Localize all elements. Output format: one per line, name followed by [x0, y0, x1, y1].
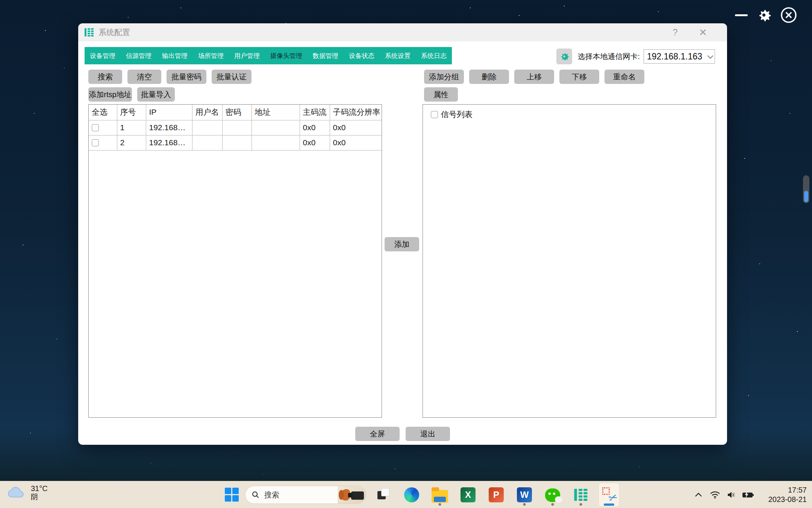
overlay-settings-button[interactable]	[754, 5, 774, 25]
cell-index: 2	[117, 135, 146, 150]
camera-table: 全选 序号 IP 用户名 密码 地址 主码流 子码流分辨率 1 192.168…	[89, 105, 382, 151]
overlay-minimize-button[interactable]	[732, 5, 751, 25]
volume-icon	[727, 491, 736, 499]
batch-password-button[interactable]: 批量密码	[167, 70, 206, 84]
camera-table-panel: 全选 序号 IP 用户名 密码 地址 主码流 子码流分辨率 1 192.168…	[88, 104, 382, 418]
tab-system-log[interactable]: 系统日志	[416, 47, 452, 64]
running-indicator	[551, 503, 554, 506]
add-rtsp-button[interactable]: 添加rtsp地址	[88, 87, 132, 102]
tab-camera-mgmt[interactable]: 摄像头管理	[265, 47, 308, 64]
word-button[interactable]: W	[514, 483, 535, 507]
overlay-close-button[interactable]	[779, 5, 798, 25]
slider-thumb[interactable]	[804, 191, 808, 202]
tab-device-mgmt[interactable]: 设备管理	[85, 47, 121, 64]
search-daily-image[interactable]	[338, 486, 366, 503]
col-address[interactable]: 地址	[251, 105, 300, 120]
cell-password	[222, 120, 251, 135]
system-tray: 17:57 2023-08-21	[690, 481, 812, 508]
fullscreen-button[interactable]: 全屏	[355, 427, 400, 441]
col-main-stream[interactable]: 主码流	[300, 105, 330, 120]
taskbar-search[interactable]: 搜索	[245, 486, 367, 504]
window-close-button[interactable]: ✕	[692, 23, 714, 41]
weather-texts: 31°C 阴	[31, 484, 48, 501]
col-select-all[interactable]: 全选	[89, 105, 117, 120]
taskbar-weather-widget[interactable]: 31°C 阴	[7, 484, 48, 501]
powerpoint-icon: P	[489, 487, 504, 502]
table-row[interactable]: 2 192.168… 0x0 0x0	[89, 135, 382, 150]
task-view-button[interactable]	[373, 483, 394, 507]
signal-list-root-item[interactable]: 信号列表	[431, 109, 473, 120]
rename-button[interactable]: 重命名	[604, 70, 644, 84]
signal-list-panel	[423, 104, 716, 418]
nic-settings-button[interactable]	[556, 49, 572, 64]
batch-import-button[interactable]: 批量导入	[137, 87, 175, 102]
nic-dropdown[interactable]: 192.168.1.163	[644, 49, 715, 64]
col-index[interactable]: 序号	[117, 105, 146, 120]
signal-list-label: 信号列表	[441, 109, 473, 120]
tab-device-status[interactable]: 设备状态	[344, 47, 380, 64]
col-sub-stream-res[interactable]: 子码流分辨率	[330, 105, 382, 120]
tray-volume-button[interactable]	[723, 487, 740, 503]
tab-source-mgmt[interactable]: 信源管理	[121, 47, 157, 64]
gear-icon	[755, 6, 773, 24]
batch-auth-button[interactable]: 批量认证	[212, 70, 251, 84]
nic-label: 选择本地通信网卡:	[577, 52, 640, 62]
tab-bar: 设备管理 信源管理 输出管理 场所管理 用户管理 摄像头管理 数据管理 设备状态…	[85, 47, 452, 64]
tab-venue-mgmt[interactable]: 场所管理	[193, 47, 229, 64]
row-checkbox-cell	[89, 120, 117, 135]
exit-button[interactable]: 退出	[406, 427, 450, 441]
powerpoint-button[interactable]: P	[486, 483, 507, 507]
table-header-row: 全选 序号 IP 用户名 密码 地址 主码流 子码流分辨率	[89, 105, 382, 120]
active-app-indicator	[604, 503, 614, 506]
cell-ip: 192.168…	[146, 135, 192, 150]
table-row[interactable]: 1 192.168… 0x0 0x0	[89, 120, 382, 135]
start-button[interactable]	[225, 488, 239, 502]
tray-clock[interactable]: 17:57 2023-08-21	[759, 485, 807, 504]
excel-button[interactable]: X	[458, 483, 479, 507]
search-icon	[251, 491, 260, 499]
right-toolbar-row2: 属性	[424, 87, 458, 102]
minus-icon	[735, 14, 748, 16]
tab-user-mgmt[interactable]: 用户管理	[229, 47, 265, 64]
screen-clip-button[interactable]: ✂	[598, 483, 620, 507]
clear-button[interactable]: 清空	[127, 70, 161, 84]
search-placeholder: 搜索	[264, 490, 338, 500]
file-explorer-button[interactable]	[429, 483, 450, 507]
move-down-button[interactable]: 下移	[559, 70, 599, 84]
wifi-icon	[710, 491, 720, 499]
delete-button[interactable]: 删除	[469, 70, 509, 84]
circled-x-icon	[780, 6, 798, 24]
properties-button[interactable]: 属性	[424, 87, 458, 102]
window-titlebar[interactable]: 系统配置 ? ✕	[78, 23, 727, 41]
col-password[interactable]: 密码	[222, 105, 251, 120]
search-button[interactable]: 搜索	[88, 70, 122, 84]
col-username[interactable]: 用户名	[192, 105, 222, 120]
running-indicator	[523, 503, 526, 506]
taskbar-app-icons: X P W	[373, 481, 620, 508]
signal-list-checkbox[interactable]	[431, 111, 438, 118]
taskbar: 31°C 阴 搜索	[0, 481, 812, 508]
edge-browser-button[interactable]	[401, 483, 422, 507]
tray-wifi-button[interactable]	[707, 487, 723, 503]
stars-decoration	[0, 0, 1, 1]
row-checkbox[interactable]	[92, 124, 99, 131]
windows-logo-icon	[225, 488, 231, 494]
window-help-button[interactable]: ?	[665, 23, 686, 41]
add-group-button[interactable]: 添加分组	[424, 70, 464, 84]
edge-scroll-slider[interactable]	[803, 175, 809, 203]
move-up-button[interactable]: 上移	[514, 70, 554, 84]
folder-icon	[432, 490, 448, 503]
row-checkbox[interactable]	[92, 139, 99, 146]
signal-manager-app-button[interactable]	[570, 483, 591, 507]
col-ip[interactable]: IP	[146, 105, 192, 120]
tab-data-mgmt[interactable]: 数据管理	[308, 47, 344, 64]
tray-chevron-up-button[interactable]	[690, 487, 707, 503]
tab-output-mgmt[interactable]: 输出管理	[157, 47, 193, 64]
wechat-button[interactable]	[542, 483, 563, 507]
cell-username	[192, 135, 222, 150]
tab-system-settings[interactable]: 系统设置	[380, 47, 416, 64]
cell-password	[222, 135, 251, 150]
tray-battery-button[interactable]	[740, 487, 756, 503]
cell-sub-stream: 0x0	[330, 135, 382, 150]
add-to-signal-list-button[interactable]: 添加	[385, 237, 419, 251]
